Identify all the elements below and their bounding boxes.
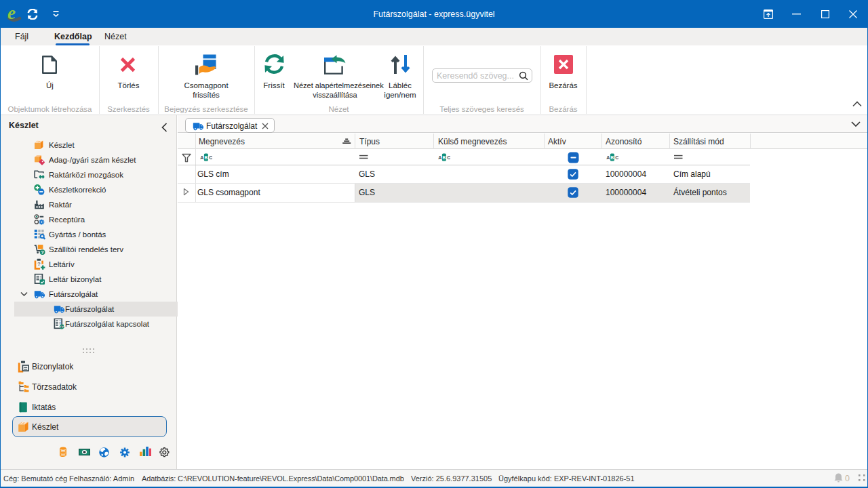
- svg-text:C: C: [615, 155, 618, 160]
- svg-text:B: B: [611, 155, 614, 160]
- svg-text:C: C: [447, 155, 450, 160]
- svg-text:B: B: [443, 155, 446, 160]
- svg-text:A: A: [606, 155, 610, 160]
- svg-text:C: C: [209, 155, 212, 160]
- svg-text:A: A: [200, 155, 203, 160]
- svg-text:?: ?: [41, 249, 44, 256]
- svg-text:A: A: [438, 155, 441, 160]
- svg-text:?: ?: [37, 261, 41, 267]
- svg-text:B: B: [205, 155, 208, 160]
